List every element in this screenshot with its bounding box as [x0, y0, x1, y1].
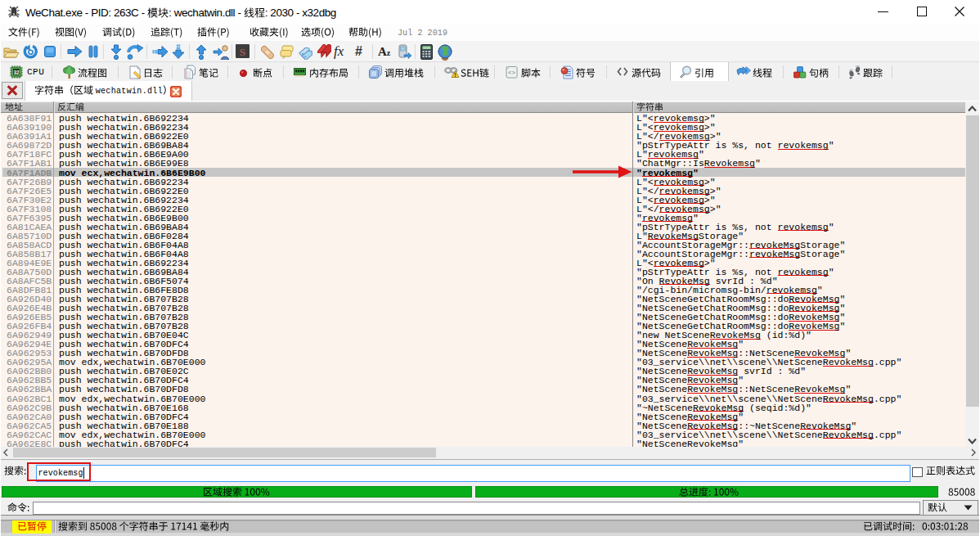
- svg-text:S: S: [240, 46, 246, 58]
- svg-text:<>: <>: [508, 70, 516, 76]
- svg-text:!: !: [455, 72, 456, 78]
- svg-text:32: 32: [13, 70, 20, 75]
